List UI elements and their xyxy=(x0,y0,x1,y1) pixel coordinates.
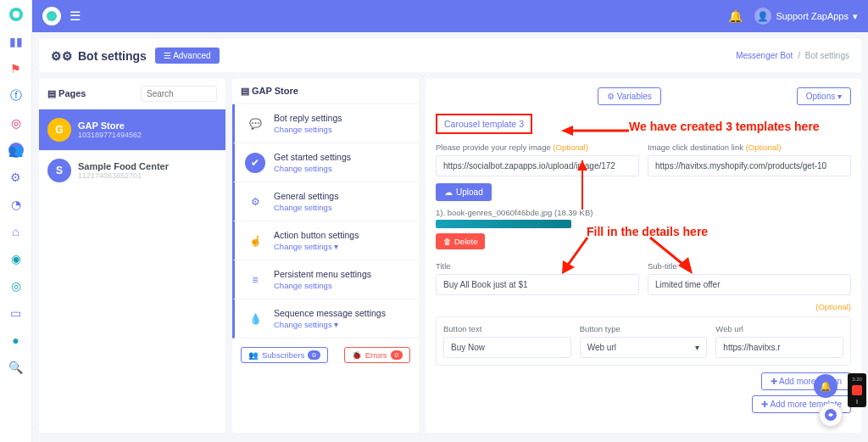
page-item-sample[interactable]: S Sample Food Center 112174083852701 xyxy=(39,150,225,191)
button-text-input[interactable] xyxy=(443,337,571,358)
add-more-button[interactable]: ✚ Add more button xyxy=(761,372,851,390)
logo-icon[interactable] xyxy=(8,7,24,22)
menu-icon: ≡ xyxy=(245,270,265,290)
label-reply-image: Please provide your reply image (Optiona… xyxy=(436,143,639,152)
chat-bubble[interactable] xyxy=(819,403,843,427)
svg-point-2 xyxy=(47,11,57,21)
user-menu[interactable]: 👤 Support ZapApps ▾ xyxy=(754,8,858,25)
group-icon[interactable]: 👥 xyxy=(8,143,24,158)
subtitle-input[interactable] xyxy=(648,274,851,295)
setting-get-started[interactable]: ✔Get started settingsChange settings xyxy=(232,143,419,182)
annotation-templates: We have created 3 templates here xyxy=(629,120,820,133)
pages-heading: ▤ Pages xyxy=(47,88,86,99)
page-title: Sample Food Center xyxy=(78,161,169,171)
hamburger-icon[interactable]: ☰ xyxy=(70,8,81,24)
label-button-type: Button type xyxy=(580,324,708,333)
optional-label: (Optional) xyxy=(436,302,851,311)
progress-bar xyxy=(436,220,571,228)
breadcrumb-current: Bot settings xyxy=(805,51,849,60)
page-id: 103189771494562 xyxy=(78,131,142,139)
title-input[interactable] xyxy=(436,274,639,295)
search-icon[interactable]: 🔍 xyxy=(8,360,24,375)
main-panel: ⚙ Variables Options ▾ Carousel template … xyxy=(426,79,861,433)
page-title-text: Bot settings xyxy=(78,49,147,63)
pointer-icon: ☝ xyxy=(245,231,265,251)
arrow-icon xyxy=(561,123,629,138)
page-title: GAP Store xyxy=(78,120,142,131)
rec-pause: || xyxy=(855,399,858,404)
reply-image-input[interactable] xyxy=(436,155,639,176)
chat-bubble-bell[interactable]: 🔔 xyxy=(814,374,837,398)
carousel-tab[interactable]: Carousel template 3 xyxy=(436,114,532,134)
advanced-button[interactable]: ☰ Advanced xyxy=(155,48,220,64)
setting-bot-reply[interactable]: 💬Bot reply settingsChange settings xyxy=(232,104,419,143)
label-button-text: Button text xyxy=(443,324,571,333)
chevron-down-icon: ▾ xyxy=(853,11,858,22)
subscribers-chip[interactable]: 👥 Subscribers 0 xyxy=(241,347,328,363)
page-badge: G xyxy=(47,118,71,142)
annotation-details: Fill in the details here xyxy=(587,225,708,238)
gear-icon: ⚙ xyxy=(245,192,265,212)
breadcrumb: Messenger Bot / Bot settings xyxy=(736,51,849,60)
bell-icon[interactable]: 🔔 xyxy=(728,9,743,23)
gears-icon: ⚙⚙ xyxy=(51,49,73,63)
check-icon: ✔ xyxy=(245,153,265,173)
topbar: ☰ 🔔 👤 Support ZapApps ▾ xyxy=(32,0,868,32)
chat-icon: 💬 xyxy=(245,114,265,134)
sidebar: ▮▮ ⚑ ⓕ ◎ 👥 ⚙ ◔ ⌂ ◉ ◎ ▭ ● 🔍 xyxy=(0,0,32,442)
page-id: 112174083852701 xyxy=(78,171,169,180)
globe-icon[interactable]: ◉ xyxy=(8,251,24,266)
button-type-select[interactable]: Web url▾ xyxy=(580,337,708,358)
avatar-icon: 👤 xyxy=(754,8,771,25)
chevron-down-icon: ▾ xyxy=(695,343,699,352)
breadcrumb-link[interactable]: Messenger Bot xyxy=(736,51,793,60)
pages-panel: ▤ Pages G GAP Store 103189771494562 S Sa… xyxy=(39,79,225,433)
options-button[interactable]: Options ▾ xyxy=(797,87,851,105)
svg-point-1 xyxy=(13,11,19,18)
page-badge: S xyxy=(47,159,71,182)
page-header: ⚙⚙ Bot settings ☰ Advanced Messenger Bot… xyxy=(39,39,861,72)
svg-marker-4 xyxy=(561,126,573,136)
setting-general[interactable]: ⚙General settingsChange settings xyxy=(232,182,419,221)
card-icon[interactable]: ▭ xyxy=(8,305,24,321)
settings-heading: ▤ GAP Store xyxy=(241,86,298,97)
button-config-row: Button text Button type Web url▾ Web url xyxy=(436,316,851,366)
flag-icon[interactable]: ⚑ xyxy=(8,61,24,76)
setting-persistent-menu[interactable]: ≡Persistent menu settingsChange settings xyxy=(232,260,419,299)
label-title: Title xyxy=(436,261,639,271)
upload-button[interactable]: ☁ Upload xyxy=(436,183,492,201)
search-input[interactable] xyxy=(141,86,217,102)
label-web-url: Web url xyxy=(715,324,843,333)
gear-icon[interactable]: ⚙ xyxy=(8,170,24,185)
user-name: Support ZapApps xyxy=(776,11,849,21)
file-meta: 1). book-genres_0060f46bde.jpg (18.39 KB… xyxy=(436,208,851,217)
bars-icon[interactable]: ▮▮ xyxy=(8,34,24,49)
variables-button[interactable]: ⚙ Variables xyxy=(598,87,661,105)
recorder-widget[interactable]: 3:20 || xyxy=(848,373,866,407)
label-dest-link: Image click destination link (Optional) xyxy=(648,143,851,152)
dest-link-input[interactable] xyxy=(648,155,851,176)
home-icon[interactable]: ⌂ xyxy=(8,224,24,239)
instagram-icon[interactable]: ◎ xyxy=(8,115,24,131)
delete-button[interactable]: 🗑 Delete xyxy=(436,233,485,249)
facebook-icon[interactable]: ⓕ xyxy=(8,88,24,104)
target-icon[interactable]: ◎ xyxy=(8,278,24,294)
label-subtitle: Sub-title xyxy=(648,261,851,271)
setting-sequence[interactable]: 💧Sequence message settingsChange setting… xyxy=(232,299,419,338)
settings-panel: ▤ GAP Store 💬Bot reply settingsChange se… xyxy=(232,79,419,433)
rec-time: 3:20 xyxy=(852,377,862,382)
page-item-gap[interactable]: G GAP Store 103189771494562 xyxy=(39,109,225,150)
errors-chip[interactable]: 🐞 Errors 0 xyxy=(344,347,410,363)
setting-action-button[interactable]: ☝Action button settingsChange settings ▾ xyxy=(232,221,419,260)
app-logo[interactable] xyxy=(42,7,61,25)
clock-icon[interactable]: ◔ xyxy=(8,197,24,212)
record-icon[interactable] xyxy=(852,385,862,395)
web-url-input[interactable] xyxy=(715,337,843,358)
drop-icon: 💧 xyxy=(245,309,265,329)
dot-icon[interactable]: ● xyxy=(8,333,24,348)
page-title: ⚙⚙ Bot settings xyxy=(51,49,147,63)
